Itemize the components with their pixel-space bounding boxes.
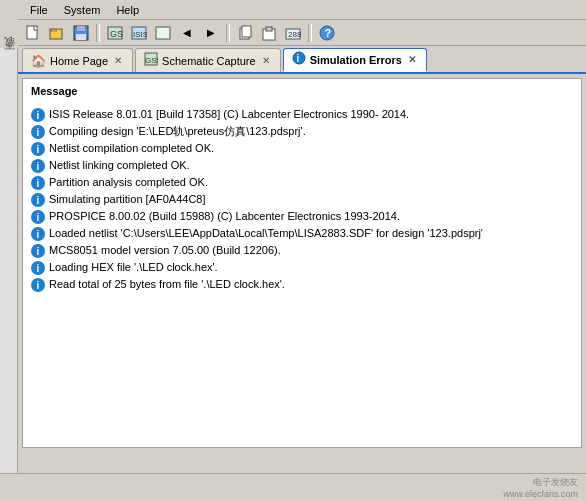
svg-rect-13 xyxy=(266,27,272,31)
message-row-5: i Simulating partition [AF0A44C8] xyxy=(31,192,573,207)
toolbar-btn-sim2[interactable]: ISIS xyxy=(128,23,150,43)
message-row-4: i Partition analysis completed OK. xyxy=(31,175,573,190)
message-row-2: i Netlist compilation completed OK. xyxy=(31,141,573,156)
toolbar-btn-sim1[interactable]: GS5 xyxy=(104,23,126,43)
toolbar-sep-2 xyxy=(226,24,230,42)
tab-schematic-close[interactable]: ✕ xyxy=(260,55,272,66)
tab-home-icon: 🏠 xyxy=(31,54,46,68)
svg-rect-9 xyxy=(156,27,170,39)
menu-file[interactable]: File xyxy=(22,2,56,18)
msg-icon-7: i xyxy=(31,227,45,241)
sidebar-label: 下载 xyxy=(0,48,19,66)
toolbar-btn-paste[interactable] xyxy=(258,23,280,43)
message-row-7: i Loaded netlist 'C:\Users\LEE\AppData\L… xyxy=(31,226,573,241)
msg-text-5: Simulating partition [AF0A44C8] xyxy=(49,192,573,207)
toolbar-new[interactable] xyxy=(22,23,44,43)
message-header: Message xyxy=(31,85,573,101)
message-panel: Message i ISIS Release 8.01.01 [Build 17… xyxy=(22,78,582,448)
msg-text-10: Read total of 25 bytes from file '.\LED … xyxy=(49,277,573,292)
message-row-8: i MCS8051 model version 7.05.00 (Build 1… xyxy=(31,243,573,258)
toolbar-sep-3 xyxy=(308,24,312,42)
svg-text:GS5: GS5 xyxy=(110,29,123,39)
toolbar: GS5 ISIS ◀ ▶ 288 ? xyxy=(18,20,586,46)
watermark-line1: 电子发烧友 xyxy=(503,476,578,489)
toolbar-btn-5[interactable]: 288 xyxy=(282,23,304,43)
tab-home-label: Home Page xyxy=(50,55,108,67)
svg-rect-4 xyxy=(76,34,86,40)
svg-text:i: i xyxy=(296,53,299,64)
svg-rect-3 xyxy=(77,26,85,31)
svg-text:ISIS: ISIS xyxy=(133,30,147,39)
msg-text-7: Loaded netlist 'C:\Users\LEE\AppData\Loc… xyxy=(49,226,573,241)
toolbar-save[interactable] xyxy=(70,23,92,43)
msg-icon-5: i xyxy=(31,193,45,207)
msg-text-2: Netlist compilation completed OK. xyxy=(49,141,573,156)
msg-icon-0: i xyxy=(31,108,45,122)
svg-text:288: 288 xyxy=(288,30,301,39)
msg-icon-10: i xyxy=(31,278,45,292)
msg-text-8: MCS8051 model version 7.05.00 (Build 122… xyxy=(49,243,573,258)
msg-text-1: Compiling design 'E:\LED轨\preteus仿真\123.… xyxy=(49,124,573,139)
tab-schematic[interactable]: GS5 Schematic Capture ✕ xyxy=(135,48,281,72)
toolbar-btn-copy[interactable] xyxy=(234,23,256,43)
toolbar-sep-1 xyxy=(96,24,100,42)
msg-icon-4: i xyxy=(31,176,45,190)
msg-text-0: ISIS Release 8.01.01 [Build 17358] (C) L… xyxy=(49,107,573,122)
left-sidebar: 下载 xyxy=(0,48,18,473)
msg-text-6: PROSPICE 8.00.02 (Build 15988) (C) Labce… xyxy=(49,209,573,224)
message-row-3: i Netlist linking completed OK. xyxy=(31,158,573,173)
tab-bar: 🏠 Home Page ✕ GS5 Schematic Capture ✕ i … xyxy=(18,46,586,74)
menu-system[interactable]: System xyxy=(56,2,109,18)
toolbar-btn-arrow2[interactable]: ▶ xyxy=(200,23,222,43)
msg-icon-1: i xyxy=(31,125,45,139)
svg-text:GS5: GS5 xyxy=(145,56,158,65)
msg-text-4: Partition analysis completed OK. xyxy=(49,175,573,190)
svg-rect-11 xyxy=(242,26,251,37)
menu-help[interactable]: Help xyxy=(108,2,147,18)
msg-icon-2: i xyxy=(31,142,45,156)
toolbar-help-btn[interactable]: ? xyxy=(316,23,338,43)
toolbar-btn-graph[interactable] xyxy=(152,23,174,43)
msg-icon-6: i xyxy=(31,210,45,224)
tab-simulation[interactable]: i Simulation Errors ✕ xyxy=(283,48,427,72)
menu-bar: File System Help xyxy=(18,0,586,20)
tab-simulation-close[interactable]: ✕ xyxy=(406,54,418,65)
message-row-1: i Compiling design 'E:\LED轨\preteus仿真\12… xyxy=(31,124,573,139)
status-bar: 电子发烧友 www.elecfans.com xyxy=(0,473,586,501)
watermark: 电子发烧友 www.elecfans.com xyxy=(503,476,578,499)
tab-schematic-label: Schematic Capture xyxy=(162,55,256,67)
tab-schematic-icon: GS5 xyxy=(144,52,158,69)
toolbar-btn-arrow[interactable]: ◀ xyxy=(176,23,198,43)
msg-text-3: Netlist linking completed OK. xyxy=(49,158,573,173)
msg-icon-3: i xyxy=(31,159,45,173)
message-row-6: i PROSPICE 8.00.02 (Build 15988) (C) Lab… xyxy=(31,209,573,224)
tab-simulation-label: Simulation Errors xyxy=(310,54,402,66)
message-row-10: i Read total of 25 bytes from file '.\LE… xyxy=(31,277,573,292)
msg-icon-8: i xyxy=(31,244,45,258)
tab-simulation-icon: i xyxy=(292,51,306,68)
message-row-0: i ISIS Release 8.01.01 [Build 17358] (C)… xyxy=(31,107,573,122)
tab-home[interactable]: 🏠 Home Page ✕ xyxy=(22,48,133,72)
message-row-9: i Loading HEX file '.\LED clock.hex'. xyxy=(31,260,573,275)
svg-text:?: ? xyxy=(325,27,332,39)
msg-text-9: Loading HEX file '.\LED clock.hex'. xyxy=(49,260,573,275)
tab-home-close[interactable]: ✕ xyxy=(112,55,124,66)
watermark-line2: www.elecfans.com xyxy=(503,489,578,499)
msg-icon-9: i xyxy=(31,261,45,275)
toolbar-open[interactable] xyxy=(46,23,68,43)
